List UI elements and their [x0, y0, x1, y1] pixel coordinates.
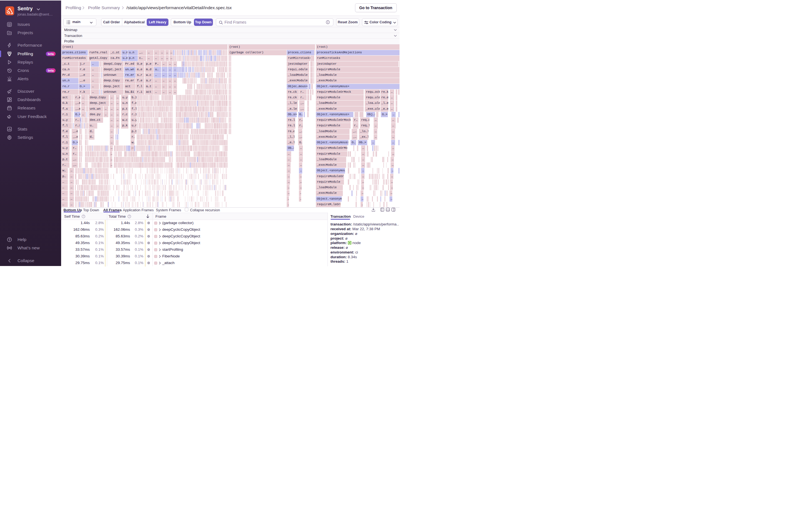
svg-text:?: ?: [129, 215, 130, 218]
svg-text:?: ?: [83, 215, 84, 218]
